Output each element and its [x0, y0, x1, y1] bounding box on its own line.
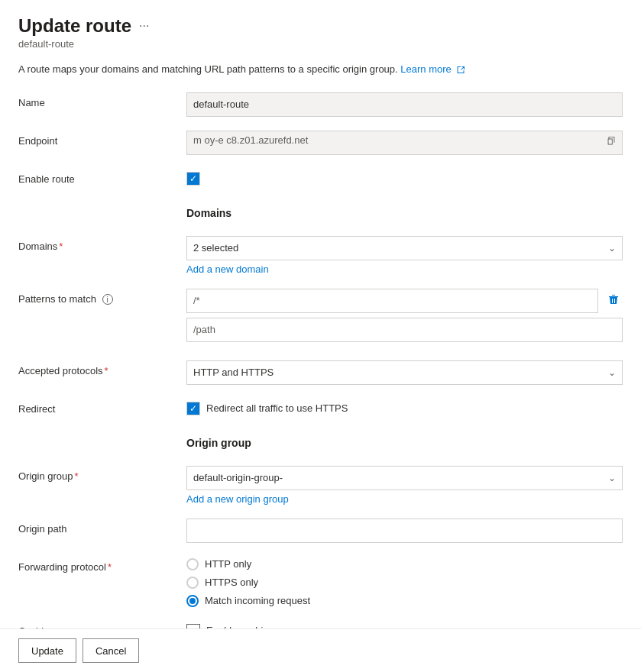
patterns-field-row: Patterns to match i — [18, 289, 623, 347]
radio-match-incoming[interactable]: Match incoming request — [186, 595, 623, 607]
accepted-protocols-required: * — [105, 365, 108, 376]
redirect-label: Redirect — [18, 399, 186, 415]
name-field-row: Name — [18, 92, 623, 117]
accepted-protocols-dropdown[interactable]: HTTP and HTTPS ⌄ — [186, 360, 623, 385]
enable-route-checkbox-wrapper: ✓ — [186, 169, 623, 186]
domains-label: Domains* — [18, 236, 186, 252]
endpoint-label: Endpoint — [18, 131, 186, 147]
radio-circle-http-only — [186, 558, 199, 570]
cancel-button[interactable]: Cancel — [83, 638, 139, 663]
domains-field-row: Domains* 2 selected ⌄ Add a new domain — [18, 236, 623, 275]
add-origin-group-link[interactable]: Add a new origin group — [186, 493, 289, 505]
domains-field-content: 2 selected ⌄ Add a new domain — [186, 236, 623, 275]
origin-group-section-heading: Origin group — [186, 437, 623, 449]
domains-dropdown-arrow: ⌄ — [608, 243, 616, 254]
enable-route-label: Enable route — [18, 169, 186, 185]
accepted-protocols-arrow: ⌄ — [608, 367, 616, 378]
radio-circle-https-only — [186, 577, 199, 589]
copy-icon[interactable] — [606, 136, 617, 149]
radio-label-match-incoming: Match incoming request — [205, 595, 310, 606]
forwarding-required: * — [108, 561, 112, 573]
pattern-input-1[interactable] — [186, 289, 598, 313]
radio-label-https-only: HTTPS only — [205, 577, 258, 588]
redirect-checkbox-label: Redirect all traffic to use HTTPS — [206, 402, 348, 414]
origin-group-value: default-origin-group- — [193, 472, 608, 483]
origin-group-section-row: Origin group — [18, 437, 623, 461]
patterns-info-icon: i — [102, 294, 113, 305]
add-domain-link[interactable]: Add a new domain — [186, 263, 269, 275]
domains-dropdown[interactable]: 2 selected ⌄ — [186, 236, 623, 260]
origin-path-input[interactable] — [186, 519, 623, 543]
domains-section-heading: Domains — [186, 207, 623, 219]
page-subtitle: default-route — [18, 38, 623, 50]
origin-path-field-content — [186, 519, 623, 543]
redirect-field-content: ✓ Redirect all traffic to use HTTPS — [186, 399, 623, 415]
enable-route-checkbox[interactable]: ✓ — [186, 172, 200, 186]
radio-http-only[interactable]: HTTP only — [186, 558, 623, 570]
patterns-field-content — [186, 289, 623, 347]
accepted-protocols-field-row: Accepted protocols* HTTP and HTTPS ⌄ — [18, 360, 623, 385]
endpoint-wrapper: m oy-e c8.z01.azurefd.net — [186, 131, 623, 155]
accepted-protocols-value: HTTP and HTTPS — [193, 367, 608, 378]
enable-route-field-content: ✓ — [186, 169, 623, 186]
redirect-checkbox-wrapper: ✓ Redirect all traffic to use HTTPS — [186, 399, 623, 415]
domains-required: * — [59, 241, 63, 252]
origin-group-label: Origin group* — [18, 466, 186, 482]
endpoint-input: m oy-e c8.z01.azurefd.net — [186, 131, 623, 155]
patterns-label: Patterns to match i — [18, 289, 186, 305]
radio-circle-match-incoming — [186, 595, 199, 607]
radio-label-http-only: HTTP only — [205, 558, 251, 570]
name-field-content — [186, 92, 623, 117]
pattern-input-2[interactable] — [186, 318, 623, 342]
name-label: Name — [18, 92, 186, 108]
domains-dropdown-value: 2 selected — [193, 242, 608, 254]
radio-dot-match-incoming — [189, 598, 196, 604]
forwarding-protocol-field-content: HTTP only HTTPS only Match incoming requ… — [186, 557, 623, 607]
domains-section-row: Domains — [18, 207, 623, 231]
page-title: Update route — [18, 15, 131, 37]
page-description: A route maps your domains and matching U… — [18, 62, 623, 77]
learn-more-link[interactable]: Learn more — [400, 63, 451, 75]
radio-https-only[interactable]: HTTPS only — [186, 577, 623, 589]
accepted-protocols-field-content: HTTP and HTTPS ⌄ — [186, 360, 623, 385]
forwarding-protocol-label: Forwarding protocol* — [18, 557, 186, 573]
delete-pattern-icon[interactable] — [604, 290, 623, 312]
name-input[interactable] — [186, 92, 623, 117]
origin-group-dropdown[interactable]: default-origin-group- ⌄ — [186, 466, 623, 490]
pattern-row-2 — [186, 318, 623, 342]
origin-path-label: Origin path — [18, 519, 186, 535]
origin-path-field-row: Origin path — [18, 519, 623, 543]
origin-group-field-row: Origin group* default-origin-group- ⌄ Ad… — [18, 466, 623, 505]
origin-group-field-content: default-origin-group- ⌄ Add a new origin… — [186, 466, 623, 505]
forwarding-protocol-radio-group: HTTP only HTTPS only Match incoming requ… — [186, 557, 623, 607]
forwarding-protocol-field-row: Forwarding protocol* HTTP only HTTPS onl… — [18, 557, 623, 607]
origin-group-required: * — [75, 470, 79, 482]
accepted-protocols-label: Accepted protocols* — [18, 360, 186, 376]
ellipsis-menu-icon[interactable]: ··· — [139, 19, 149, 33]
update-button[interactable]: Update — [18, 638, 76, 663]
page-footer: Update Cancel — [0, 628, 641, 672]
endpoint-field-content: m oy-e c8.z01.azurefd.net — [186, 131, 623, 155]
external-link-icon — [456, 66, 465, 75]
pattern-row-1 — [186, 289, 623, 313]
origin-group-arrow: ⌄ — [608, 473, 616, 483]
redirect-checkbox[interactable]: ✓ — [186, 402, 200, 415]
endpoint-field-row: Endpoint m oy-e c8.z01.azurefd.net — [18, 131, 623, 155]
redirect-field-row: Redirect ✓ Redirect all traffic to use H… — [18, 399, 623, 423]
enable-route-field-row: Enable route ✓ — [18, 169, 623, 193]
